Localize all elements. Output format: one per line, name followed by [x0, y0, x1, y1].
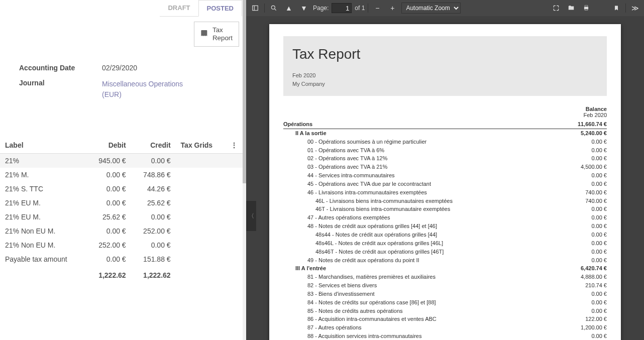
table-row[interactable]: 21% 945.00 € 0.00 €: [0, 153, 246, 168]
cell-credit: 252.00 €: [131, 224, 176, 238]
accounting-date-label: Accounting Date: [19, 64, 102, 72]
download-icon[interactable]: [595, 2, 607, 14]
status-draft[interactable]: DRAFT: [160, 0, 198, 17]
total-debit: 1,222.62: [86, 266, 131, 282]
tax-report-button-label: Tax Report: [212, 26, 233, 42]
zoom-in-icon[interactable]: +: [386, 2, 398, 14]
cell-credit: 151.88 €: [131, 252, 176, 266]
search-icon[interactable]: [268, 2, 280, 14]
journal-value[interactable]: Miscellaneous Operations (EUR): [102, 79, 202, 100]
col-tax-grids[interactable]: Tax Grids: [176, 137, 226, 154]
table-row[interactable]: 21% Non EU M. 252.00 € 0.00 €: [0, 238, 246, 252]
col-credit[interactable]: Credit: [131, 137, 176, 154]
cell-debit: 0.00 €: [86, 252, 131, 266]
col-debit[interactable]: Debit: [86, 137, 131, 154]
report-line: 03 - Opérations avec TVA à 21%4,500.00 €: [283, 163, 607, 171]
cell-debit: 0.00 €: [86, 224, 131, 238]
tools-icon[interactable]: ≫: [629, 2, 641, 14]
cell-label: 21% S. TTC: [0, 182, 86, 196]
cell-credit: 748.86 €: [131, 168, 176, 182]
page-down-icon[interactable]: ▼: [298, 2, 310, 14]
status-posted[interactable]: POSTED: [198, 0, 242, 17]
report-line: 00 - Opérations soumises à un régime par…: [283, 138, 607, 146]
report-line: 48s44 - Notes de crédit aux opérations g…: [283, 231, 607, 239]
total-credit: 1,222.62: [131, 266, 176, 282]
open-file-icon[interactable]: [565, 2, 577, 14]
report-line: 45 - Opérations avec TVA due par le coco…: [283, 180, 607, 188]
report-line: 86 - Acquisition intra-communautaires et…: [283, 315, 607, 323]
pdf-viewer: ▲ ▼ Page: of 1 − + Automatic Zoom ≫ 〈 T: [246, 0, 644, 340]
col-label[interactable]: Label: [0, 137, 86, 154]
balance-sub: Feb 2020: [283, 112, 607, 118]
report-line: 88 - Acquisition services intra-communau…: [283, 332, 607, 340]
sidebar-toggle-icon[interactable]: [249, 2, 261, 14]
bookmark-icon[interactable]: [610, 2, 622, 14]
pdf-toolbar: ▲ ▼ Page: of 1 − + Automatic Zoom ≫: [246, 0, 644, 16]
presentation-icon[interactable]: [550, 2, 562, 14]
report-line: Opérations11,660.74 €: [283, 120, 607, 129]
page-label: Page:: [313, 5, 329, 12]
report-line: 49 - Notes de crédit aux opérations du p…: [283, 256, 607, 265]
cell-label: 21% EU M.: [0, 196, 86, 210]
report-period: Feb 2020: [292, 71, 598, 80]
cell-debit: 0.00 €: [86, 196, 131, 210]
report-line: 46T - Livraisons biens intra-communautai…: [283, 205, 607, 213]
report-line: 87 - Autres opérations1,200.00 €: [283, 323, 607, 332]
report-line: 01 - Opérations avec TVA à 6%0.00 €: [283, 146, 607, 155]
svg-line-3: [275, 9, 276, 11]
report-line: 82 - Services et biens divers210.74 €: [283, 281, 607, 290]
report-line: 02 - Opérations avec TVA à 12%0.00 €: [283, 154, 607, 163]
cell-label: 21%: [0, 153, 86, 168]
svg-rect-0: [253, 6, 258, 10]
report-line: 81 - Marchandises, matières premières et…: [283, 273, 607, 281]
cell-credit: 0.00 €: [131, 210, 176, 224]
report-title: Tax Report: [292, 46, 598, 62]
table-row[interactable]: 21% Non EU M. 0.00 € 252.00 €: [0, 224, 246, 238]
table-row[interactable]: 21% M. 0.00 € 748.86 €: [0, 168, 246, 182]
report-line: 48s46L - Notes de crédit aux opérations …: [283, 239, 607, 248]
cell-label: 21% Non EU M.: [0, 224, 86, 238]
report-line: 47 - Autres opérations exemptées0.00 €: [283, 213, 607, 222]
cell-credit: 0.00 €: [131, 153, 176, 168]
journal-items-table: Label Debit Credit Tax Grids ⋮ 21% 945.0…: [0, 137, 246, 282]
page-up-icon[interactable]: ▲: [283, 2, 295, 14]
svg-rect-5: [585, 6, 588, 7]
zoom-out-icon[interactable]: −: [371, 2, 383, 14]
form-panel: DRAFT POSTED Tax Report Accounting Date …: [0, 0, 246, 340]
table-row[interactable]: 21% S. TTC 0.00 € 44.26 €: [0, 182, 246, 196]
svg-point-2: [271, 6, 275, 9]
report-line: 48 - Notes de crédit aux opérations gril…: [283, 222, 607, 231]
report-company: My Company: [292, 80, 598, 88]
report-line: 83 - Biens d'investissement0.00 €: [283, 290, 607, 298]
cell-label: 21% Non EU M.: [0, 238, 86, 252]
cell-debit: 0.00 €: [86, 168, 131, 182]
cell-debit: 0.00 €: [86, 182, 131, 196]
report-line: 44 - Services intra-communautaires0.00 €: [283, 171, 607, 180]
cell-label: Payable tax amount: [0, 252, 86, 266]
table-row[interactable]: Payable tax amount 0.00 € 151.88 €: [0, 252, 246, 266]
status-bar: DRAFT POSTED: [0, 0, 246, 17]
table-row[interactable]: 21% EU M. 25.62 € 0.00 €: [0, 210, 246, 224]
journal-label: Journal: [19, 79, 102, 100]
cell-debit: 945.00 €: [86, 153, 131, 168]
cell-debit: 252.00 €: [86, 238, 131, 252]
report-lines: Opérations11,660.74 €II A la sortie5,240…: [283, 120, 607, 340]
table-row[interactable]: 21% EU M. 0.00 € 25.62 €: [0, 196, 246, 210]
accounting-date-value: 02/29/2020: [102, 64, 137, 72]
cell-credit: 44.26 €: [131, 182, 176, 196]
zoom-select[interactable]: Automatic Zoom: [401, 3, 461, 14]
page-input[interactable]: [332, 3, 352, 13]
tax-report-button[interactable]: Tax Report: [194, 22, 239, 47]
page-of: of 1: [355, 5, 365, 12]
print-icon[interactable]: [580, 2, 592, 14]
report-line: 48s46T - Notes de crédit aux opérations …: [283, 248, 607, 256]
report-line: III A l'entrée6,420.74 €: [283, 264, 607, 273]
book-icon: [200, 29, 208, 39]
report-line: 46 - Livraisons intra-communautaires exe…: [283, 188, 607, 197]
cell-debit: 25.62 €: [86, 210, 131, 224]
pdf-page: Tax Report Feb 2020 My Company Balance F…: [269, 24, 621, 340]
pdf-scroll-area[interactable]: Tax Report Feb 2020 My Company Balance F…: [246, 16, 644, 340]
cell-label: 21% M.: [0, 168, 86, 182]
report-line: II A la sortie5,240.00 €: [283, 129, 607, 138]
report-line: 84 - Notes de crédits sur opérations cas…: [283, 298, 607, 307]
